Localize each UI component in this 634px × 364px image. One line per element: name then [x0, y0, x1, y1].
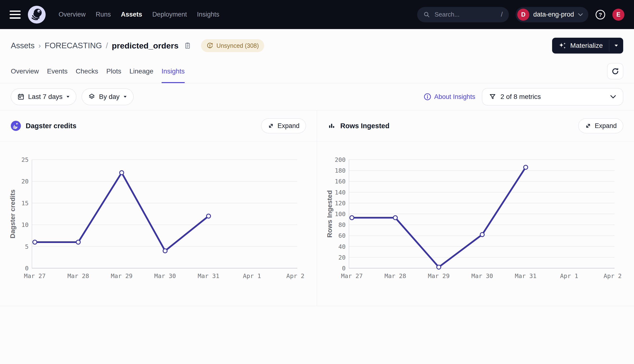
svg-text:Mar 27: Mar 27	[24, 272, 46, 280]
triangle-down-icon	[614, 44, 619, 47]
breadcrumb-assets[interactable]: Assets	[11, 41, 34, 50]
breadcrumb-group[interactable]: FORECASTING	[45, 41, 102, 50]
svg-text:Apr 2: Apr 2	[604, 272, 622, 280]
dagster-logo-icon[interactable]	[28, 6, 46, 24]
dagster-credits-chart[interactable]: 0510152025Mar 27Mar 28Mar 29Mar 30Mar 31…	[0, 142, 317, 306]
insights-charts: Dagster credits Expand 0510152025Mar 27M…	[0, 110, 634, 306]
breadcrumb: Assets › FORECASTING / predicted_orders	[11, 41, 192, 50]
materialize-split-button: Materialize	[552, 38, 623, 54]
svg-text:80: 80	[338, 222, 346, 228]
layers-icon	[88, 93, 95, 100]
expand-icon	[585, 122, 592, 129]
nav-item-runs[interactable]: Runs	[96, 11, 111, 18]
insights-toolbar: Last 7 days By day About Insights 2	[0, 83, 634, 110]
metrics-filter-select[interactable]: 2 of 8 metrics	[482, 88, 623, 106]
svg-text:140: 140	[335, 189, 346, 196]
help-icon[interactable]: ?	[595, 9, 606, 20]
nav-item-deployment[interactable]: Deployment	[152, 11, 187, 18]
expand-label: Expand	[594, 122, 617, 130]
tab-insights[interactable]: Insights	[162, 59, 185, 83]
tab-events[interactable]: Events	[47, 59, 68, 83]
svg-text:Apr 1: Apr 1	[560, 272, 578, 280]
svg-text:20: 20	[21, 178, 28, 185]
deployment-name: data-eng-prod	[533, 11, 574, 18]
sync-status-badge[interactable]: Unsynced (308)	[201, 39, 264, 52]
triangle-down-icon	[66, 96, 70, 98]
primary-nav: Overview Runs Assets Deployment Insights	[58, 11, 219, 18]
chart-title: Dagster credits	[26, 122, 76, 130]
svg-text:Mar 28: Mar 28	[68, 272, 89, 280]
expand-button[interactable]: Expand	[578, 118, 623, 133]
refresh-button[interactable]	[607, 63, 623, 79]
svg-text:200: 200	[335, 156, 346, 163]
chevron-down-icon	[610, 95, 616, 99]
asset-tabs: Overview Events Checks Plots Lineage Ins…	[0, 59, 634, 83]
tab-plots[interactable]: Plots	[106, 59, 121, 83]
svg-text:10: 10	[21, 222, 28, 228]
expand-button[interactable]: Expand	[261, 118, 306, 133]
date-range-value: Last 7 days	[28, 93, 62, 100]
materialize-button[interactable]: Materialize	[552, 38, 609, 54]
svg-text:180: 180	[335, 167, 346, 174]
user-avatar[interactable]: E	[612, 9, 624, 21]
materialize-label: Materialize	[570, 42, 603, 50]
expand-label: Expand	[278, 122, 300, 130]
svg-text:Mar 30: Mar 30	[154, 272, 176, 280]
svg-text:Mar 29: Mar 29	[428, 272, 450, 280]
panel-header: Dagster credits Expand	[0, 110, 317, 142]
page-title-asset-name: predicted_orders	[112, 41, 179, 50]
chevron-down-icon	[578, 13, 583, 16]
panel-header: Rows Ingested Expand	[317, 110, 634, 142]
breadcrumb-slash: /	[106, 41, 108, 50]
svg-text:?: ?	[599, 12, 602, 18]
search-input[interactable]: Search... /	[417, 7, 509, 22]
info-icon	[424, 93, 431, 100]
svg-text:Mar 31: Mar 31	[198, 272, 219, 280]
granularity-dropdown[interactable]: By day	[82, 88, 134, 105]
about-insights-link[interactable]: About Insights	[424, 93, 475, 100]
breadcrumb-chevron: ›	[38, 42, 41, 50]
granularity-value: By day	[99, 93, 120, 100]
svg-text:120: 120	[335, 200, 346, 207]
panel-dagster-credits: Dagster credits Expand 0510152025Mar 27M…	[0, 110, 317, 306]
tab-overview[interactable]: Overview	[11, 59, 39, 83]
tab-lineage[interactable]: Lineage	[130, 59, 154, 83]
materialize-dropdown-button[interactable]	[609, 38, 623, 54]
nav-item-assets[interactable]: Assets	[121, 11, 142, 18]
sync-alert-icon	[206, 42, 214, 49]
sparkles-icon	[558, 42, 566, 50]
svg-text:Apr 1: Apr 1	[243, 272, 261, 280]
svg-text:Mar 31: Mar 31	[515, 272, 536, 280]
svg-text:Mar 27: Mar 27	[341, 272, 363, 280]
toolbar-right: About Insights 2 of 8 metrics	[424, 88, 623, 106]
nav-item-insights[interactable]: Insights	[197, 11, 219, 18]
deployment-avatar: D	[517, 9, 529, 21]
svg-text:160: 160	[335, 178, 346, 185]
expand-icon	[268, 122, 274, 129]
svg-text:100: 100	[335, 210, 346, 218]
svg-text:20: 20	[338, 254, 346, 261]
top-nav: Overview Runs Assets Deployment Insights…	[0, 0, 634, 29]
clipboard-icon	[184, 42, 192, 50]
funnel-icon	[489, 93, 496, 100]
rows-ingested-chart[interactable]: 020406080100120140160180200Mar 27Mar 28M…	[317, 142, 634, 306]
hamburger-menu-icon[interactable]	[10, 10, 21, 19]
metrics-filter-value: 2 of 8 metrics	[500, 93, 541, 100]
svg-text:40: 40	[338, 243, 346, 250]
about-insights-label: About Insights	[434, 93, 475, 100]
sync-status-label: Unsynced (308)	[216, 42, 259, 49]
svg-text:Apr 2: Apr 2	[286, 272, 304, 280]
page-header: Assets › FORECASTING / predicted_orders …	[0, 29, 634, 59]
date-range-dropdown[interactable]: Last 7 days	[11, 88, 76, 105]
topnav-right: Search... / D data-eng-prod ? E	[417, 7, 624, 22]
calendar-icon	[17, 93, 24, 100]
nav-item-overview[interactable]: Overview	[58, 11, 86, 18]
svg-text:Mar 28: Mar 28	[384, 272, 406, 280]
svg-text:25: 25	[21, 156, 28, 163]
svg-text:Dagster credits: Dagster credits	[9, 190, 16, 238]
copy-asset-name-button[interactable]	[184, 42, 192, 50]
tab-checks[interactable]: Checks	[76, 59, 98, 83]
panel-rows-ingested: Rows Ingested Expand 0204060801001201401…	[317, 110, 634, 306]
search-placeholder: Search...	[434, 11, 460, 18]
deployment-switcher[interactable]: D data-eng-prod	[516, 7, 588, 22]
